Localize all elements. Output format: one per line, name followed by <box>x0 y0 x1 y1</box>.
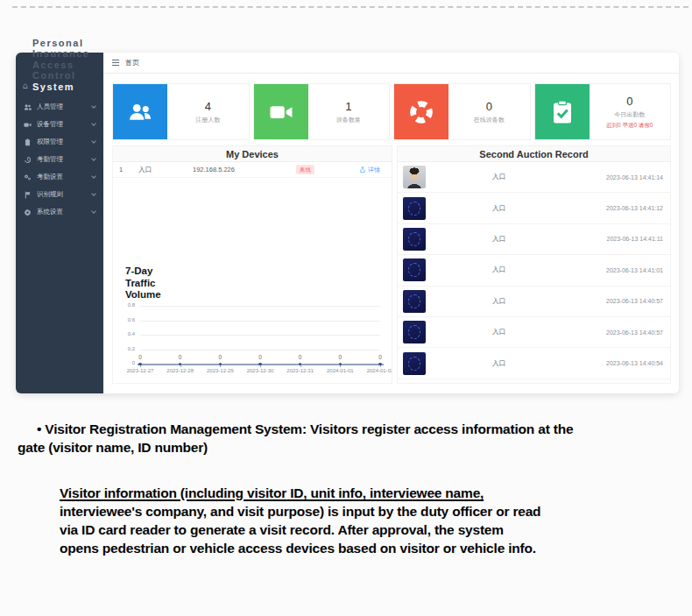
chevron-down-icon <box>91 173 96 179</box>
sidebar-item-label: 识别规则 <box>37 190 63 199</box>
face-frame-avatar <box>403 228 426 251</box>
data-point-label: 0 <box>213 354 227 360</box>
record-row[interactable]: 入口2023-06-13 14:40:57 <box>398 287 670 317</box>
face-frame-avatar <box>403 258 426 281</box>
sidebar-item-label: 考勤管理 <box>37 155 63 164</box>
face-frame-avatar <box>403 290 426 313</box>
stat-body: 4注册人数 <box>167 84 249 139</box>
main-area: 首页 4注册人数1设备数量0在线设备数0今日出勤数迟到0 早退0 请假0 My … <box>103 53 679 393</box>
stat-card: 0今日出勤数迟到0 早退0 请假0 <box>534 83 672 140</box>
x-axis-tick-label: 2023-12-31 <box>281 368 320 373</box>
device-action-label: 详情 <box>368 166 380 174</box>
sidebar-item[interactable]: 识别规则 <box>16 186 103 203</box>
device-action-link[interactable]: 详情 <box>359 166 385 174</box>
record-row[interactable]: 入口2023-06-13 14:41:11 <box>398 224 670 255</box>
stat-label: 注册人数 <box>195 116 220 124</box>
permission-icon <box>24 138 32 146</box>
record-timestamp: 2023-06-13 14:40:57 <box>565 329 663 336</box>
gear-icon <box>24 208 32 216</box>
sidebar-item[interactable]: 设备管理 <box>16 116 103 133</box>
stat-value: 0 <box>626 95 632 108</box>
data-point <box>219 363 222 366</box>
app-title-line: Personal <box>32 38 89 48</box>
share-icon <box>359 166 366 173</box>
top-dashed-divider <box>12 6 688 8</box>
device-name: 入口 <box>138 166 193 174</box>
stat-label: 今日出勤数 <box>614 110 645 119</box>
breadcrumb[interactable]: 首页 <box>125 58 139 67</box>
records-list: 入口2023-06-13 14:41:14入口2023-06-13 14:41:… <box>398 162 670 379</box>
records-title: Second Auction Record <box>398 146 670 162</box>
stat-body: 0今日出勤数迟到0 早退0 请假0 <box>590 84 671 139</box>
sidebar-item[interactable]: 权限管理 <box>16 133 103 151</box>
record-timestamp: 2023-06-13 14:41:14 <box>565 174 663 181</box>
description-paragraph-2: Visitor information (including visitor I… <box>60 465 655 557</box>
data-point-label: 0 <box>253 354 267 360</box>
face-frame-avatar <box>403 321 426 343</box>
traffic-chart: 00.20.40.60.802023-12-2702023-12-2802023… <box>117 295 387 383</box>
stat-body: 1设备数量 <box>308 84 390 139</box>
stat-value: 0 <box>486 100 492 113</box>
page: PersonalInsuranceAccessControlSystem ⌂ 人… <box>0 0 692 616</box>
attendance-icon <box>24 155 32 164</box>
sidebar-item-label: 设备管理 <box>37 120 63 129</box>
record-timestamp: 2023-06-13 14:41:11 <box>565 236 663 242</box>
record-gate: 入口 <box>433 204 565 213</box>
y-axis-tick-label: 0.2 <box>117 346 135 351</box>
hamburger-icon[interactable] <box>112 60 119 66</box>
y-axis-tick-label: 0.4 <box>117 331 135 336</box>
stat-card: 4注册人数 <box>112 83 250 140</box>
data-point-label: 0 <box>333 354 347 360</box>
stat-label: 在线设备数 <box>474 116 505 124</box>
chevron-down-icon <box>91 156 96 161</box>
chevron-down-icon <box>91 121 96 126</box>
my-devices-card: My Devices 1 入口 192.168.5.226 离线 <box>112 145 392 384</box>
gridline <box>140 350 380 350</box>
attendance-settings-icon <box>24 173 32 181</box>
app-title-line: Insurance <box>32 48 89 59</box>
camera-icon <box>254 84 308 139</box>
record-row[interactable]: 入口2023-06-13 14:41:14 <box>398 162 670 193</box>
stat-card: 1设备数量 <box>253 83 391 140</box>
device-row[interactable]: 1 入口 192.168.5.226 离线 详 <box>113 162 392 178</box>
chevron-down-icon <box>91 191 96 196</box>
record-timestamp: 2023-06-13 14:40:54 <box>565 360 663 366</box>
sidebar-item-label: 权限管理 <box>37 138 63 146</box>
record-timestamp: 2023-06-13 14:41:12 <box>565 205 663 211</box>
record-timestamp: 2023-06-13 14:40:57 <box>565 298 663 304</box>
sidebar-item[interactable]: 人员管理 <box>16 98 103 116</box>
app-title-line: Control <box>32 70 89 81</box>
stat-sub-text: 迟到0 早退0 请假0 <box>606 122 653 130</box>
face-frame-avatar <box>403 197 426 220</box>
sidebar-item[interactable]: 考勤设置 <box>16 168 103 186</box>
sidebar-item[interactable]: 系统设置 <box>16 203 103 221</box>
data-point <box>378 363 382 366</box>
my-devices-title: My Devices <box>113 146 392 162</box>
data-point <box>339 363 342 366</box>
record-gate: 入口 <box>433 235 565 244</box>
record-row[interactable]: 入口2023-06-13 14:40:57 <box>398 317 670 348</box>
sidebar-item-label: 人员管理 <box>37 103 63 111</box>
device-status: 离线 <box>296 165 359 174</box>
sidebar-item-label: 考勤设置 <box>37 173 63 181</box>
record-row[interactable]: 入口2023-06-13 14:40:54 <box>398 348 670 379</box>
data-point <box>299 363 302 366</box>
users-icon <box>24 103 32 111</box>
status-badge: 离线 <box>296 165 314 174</box>
records-card: Second Auction Record 入口2023-06-13 14:41… <box>397 145 671 384</box>
record-row[interactable]: 入口2023-06-13 14:41:12 <box>398 193 670 223</box>
record-row[interactable]: 入口2023-06-13 14:41:01 <box>398 255 670 286</box>
gridline <box>140 306 380 307</box>
description-paragraph-1: • Visitor Registration Management System… <box>18 420 671 457</box>
data-point <box>138 363 142 366</box>
x-axis-tick-label: 2023-12-28 <box>161 368 200 373</box>
x-axis-tick-label: 2023-12-29 <box>201 368 239 373</box>
chevron-down-icon <box>91 138 96 144</box>
data-point-label: 0 <box>133 354 147 360</box>
y-axis-tick-label: 0 <box>117 360 135 365</box>
data-point-label: 0 <box>293 354 307 360</box>
sidebar-item[interactable]: 考勤管理 <box>16 151 103 168</box>
record-gate: 入口 <box>433 328 565 336</box>
record-gate: 入口 <box>433 359 565 368</box>
home-icon[interactable]: ⌂ <box>23 81 28 90</box>
